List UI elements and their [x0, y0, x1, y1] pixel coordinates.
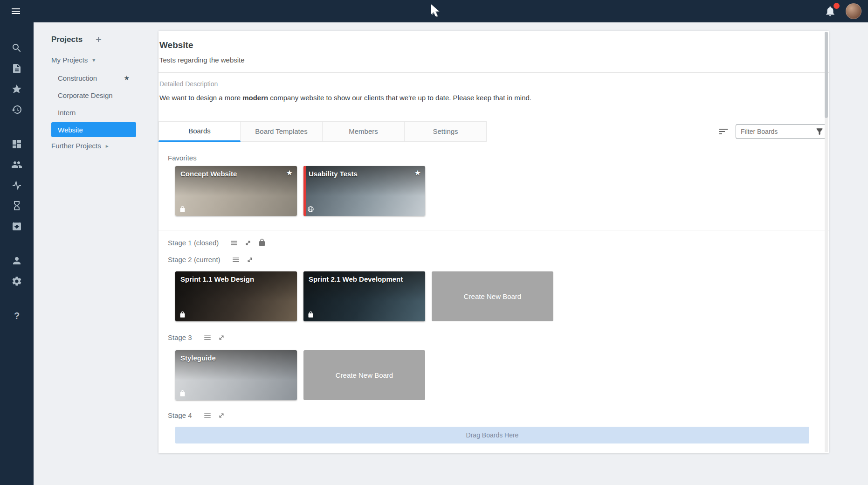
rail-item-archive[interactable] [11, 220, 23, 232]
board-card-sprint-11[interactable]: Sprint 1.1 Web Design [175, 271, 297, 321]
stage-expand-button[interactable] [217, 411, 227, 420]
sidebar-item-construction[interactable]: Construction ★ [51, 70, 136, 85]
project-label: Construction [58, 74, 97, 82]
search-icon [11, 42, 22, 54]
page-title: Website [159, 40, 829, 50]
project-subtitle: Tests regarding the website [159, 56, 829, 64]
top-bar [0, 0, 868, 22]
list-icon [230, 239, 238, 247]
lock-icon [179, 206, 186, 213]
stage-expand-button[interactable] [246, 255, 255, 264]
sidebar-item-intern[interactable]: Intern [51, 105, 136, 120]
stage-3-board-row: Styleguide Create New Board [175, 350, 829, 400]
description-label: Detailed Description [159, 80, 829, 88]
rail-item-user[interactable] [11, 255, 23, 267]
user-avatar[interactable] [846, 3, 861, 19]
create-new-board-button[interactable]: Create New Board [432, 271, 553, 321]
description-bold: modern [242, 94, 268, 102]
chevron-right-icon: ▸ [106, 143, 109, 149]
create-board-label: Create New Board [336, 371, 393, 379]
filter-boards-input[interactable] [736, 124, 827, 139]
tab-board-templates[interactable]: Board Templates [241, 121, 323, 142]
board-card-concept-website[interactable]: Concept Website ★ [175, 166, 297, 216]
panel-scrollbar-track [825, 32, 828, 452]
lock-icon [307, 311, 314, 318]
board-icon [11, 139, 22, 150]
help-icon: ? [14, 311, 20, 320]
my-projects-group[interactable]: My Projects ▾ [51, 56, 158, 64]
create-board-label: Create New Board [464, 292, 521, 300]
rail-item-hourglass[interactable] [11, 200, 23, 212]
menu-button[interactable] [5, 0, 27, 22]
chevron-down-icon: ▾ [92, 57, 95, 63]
favorite-star-icon[interactable]: ★ [124, 74, 130, 82]
document-icon [11, 63, 22, 74]
board-actions [718, 124, 829, 139]
cursor-logo-icon [427, 3, 441, 19]
filter-funnel-icon [815, 127, 824, 136]
panel-scrollbar-thumb[interactable] [825, 32, 828, 118]
gear-icon [11, 276, 22, 287]
drag-boards-dropzone[interactable]: Drag Boards Here [175, 427, 809, 443]
user-icon [11, 255, 22, 266]
globe-icon [307, 206, 314, 213]
notification-badge [834, 3, 840, 9]
rail-item-settings[interactable] [11, 275, 23, 287]
description-text: company website to show our clients that… [268, 94, 531, 102]
filter-boards-field [736, 124, 827, 139]
rail-item-help[interactable]: ? [11, 310, 23, 322]
divider [158, 72, 829, 73]
sidebar-item-corporate-design[interactable]: Corporate Design [51, 88, 136, 103]
further-projects-group[interactable]: Further Projects ▸ [51, 142, 158, 150]
expand-diagonal-icon [246, 256, 254, 264]
board-title: Sprint 1.1 Web Design [180, 275, 254, 283]
rail-item-document[interactable] [11, 62, 23, 75]
rail-item-star[interactable] [11, 83, 23, 95]
board-card-usability-tests[interactable]: Usability Tests ★ [303, 166, 425, 216]
stage-menu-button[interactable] [203, 333, 213, 342]
stage-expand-button[interactable] [217, 333, 227, 342]
sidebar-title: Projects [51, 35, 83, 44]
stage-menu-button[interactable] [203, 411, 213, 420]
archive-icon [11, 221, 22, 232]
stage-menu-button[interactable] [230, 238, 239, 248]
stage-menu-button[interactable] [232, 255, 241, 264]
star-icon[interactable]: ★ [286, 168, 293, 177]
stage-name: Stage 1 (closed) [168, 239, 219, 247]
rail-item-board[interactable] [11, 138, 23, 150]
stage-lock-icon [258, 238, 267, 248]
divider [158, 230, 829, 230]
list-icon [203, 411, 212, 420]
activity-icon [11, 180, 22, 191]
add-project-button[interactable]: + [96, 35, 102, 45]
create-new-board-button[interactable]: Create New Board [303, 350, 425, 400]
tab-settings[interactable]: Settings [405, 121, 487, 142]
board-title: Concept Website [180, 170, 237, 178]
lock-icon [179, 311, 186, 318]
tab-boards[interactable]: Boards [158, 121, 241, 142]
rail-item-search[interactable] [11, 42, 23, 54]
stage-2-header: Stage 2 (current) [168, 255, 829, 265]
star-icon [11, 83, 22, 95]
projects-sidebar: Projects + My Projects ▾ Construction ★ … [34, 22, 158, 485]
stage-expand-button[interactable] [244, 238, 253, 248]
lock-icon [179, 390, 186, 397]
tab-members[interactable]: Members [323, 121, 405, 142]
board-card-styleguide[interactable]: Styleguide [175, 350, 297, 400]
rail-item-team[interactable] [11, 159, 23, 171]
sidebar-item-website[interactable]: Website [51, 122, 136, 137]
sort-boards-button[interactable] [718, 126, 729, 137]
project-panel: Website Tests regarding the website Deta… [158, 31, 829, 453]
board-title: Sprint 2.1 Web Development [309, 275, 403, 283]
topbar-actions [824, 3, 868, 19]
stage-name: Stage 4 [168, 411, 192, 419]
board-card-sprint-21[interactable]: Sprint 2.1 Web Development [303, 271, 425, 321]
project-description: We want to design a more modern company … [159, 93, 829, 103]
star-icon[interactable]: ★ [414, 168, 421, 177]
description-text: We want to design a more [159, 94, 242, 102]
notifications-button[interactable] [824, 4, 838, 18]
stage-2-board-row: Sprint 1.1 Web Design Sprint 2.1 Web Dev… [175, 271, 829, 321]
rail-item-activity[interactable] [11, 179, 23, 191]
app-logo[interactable] [427, 3, 441, 20]
rail-item-history[interactable] [11, 104, 23, 116]
